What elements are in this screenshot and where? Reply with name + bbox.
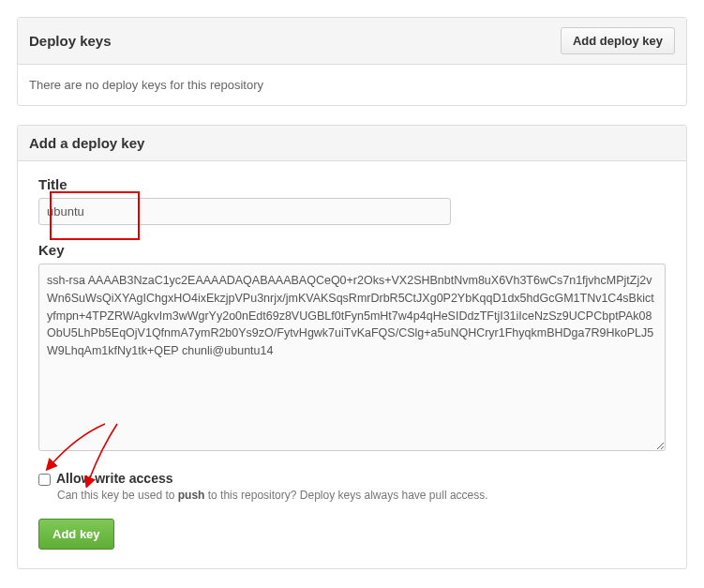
title-field-group: Title xyxy=(38,176,666,225)
allow-write-access-label: Allow write access xyxy=(56,471,173,486)
add-key-form: Title Key xyxy=(18,161,686,568)
title-input[interactable] xyxy=(38,198,451,225)
key-textarea[interactable] xyxy=(38,264,666,451)
deploy-keys-header: Deploy keys Add deploy key xyxy=(18,18,686,65)
key-field-group: Key xyxy=(38,242,666,454)
deploy-keys-empty-message: There are no deploy keys for this reposi… xyxy=(18,65,686,105)
add-deploy-key-title: Add a deploy key xyxy=(29,135,144,151)
write-access-group: Allow write access Can this key be used … xyxy=(29,471,675,502)
add-deploy-key-button[interactable]: Add deploy key xyxy=(561,27,675,54)
deploy-keys-panel: Deploy keys Add deploy key There are no … xyxy=(17,17,687,106)
write-access-help: Can this key be used to push to this rep… xyxy=(57,489,666,502)
add-key-submit-button[interactable]: Add key xyxy=(38,519,114,550)
allow-write-access-checkbox[interactable] xyxy=(38,474,51,486)
add-deploy-key-panel: Add a deploy key Title Key xyxy=(17,125,687,569)
title-label: Title xyxy=(38,176,666,192)
deploy-keys-title: Deploy keys xyxy=(29,33,112,49)
add-deploy-key-header: Add a deploy key xyxy=(18,126,686,161)
key-label: Key xyxy=(38,242,666,258)
